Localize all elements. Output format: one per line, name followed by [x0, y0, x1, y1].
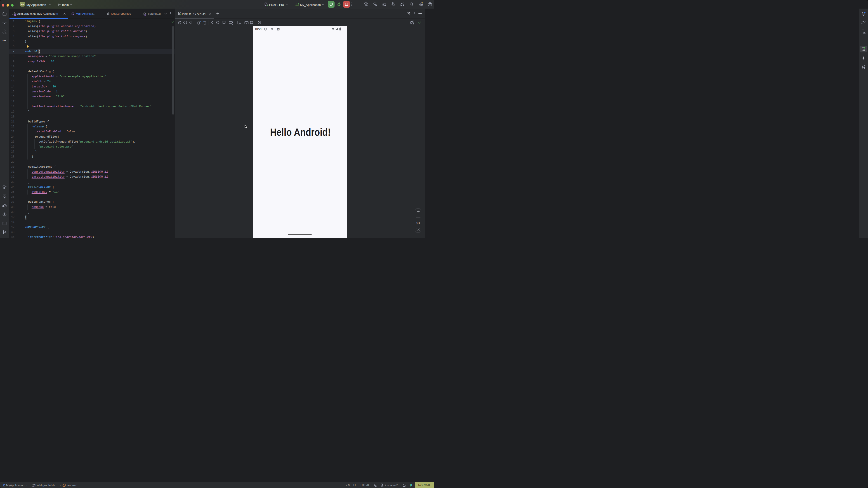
svg-text:A: A [277, 28, 279, 30]
